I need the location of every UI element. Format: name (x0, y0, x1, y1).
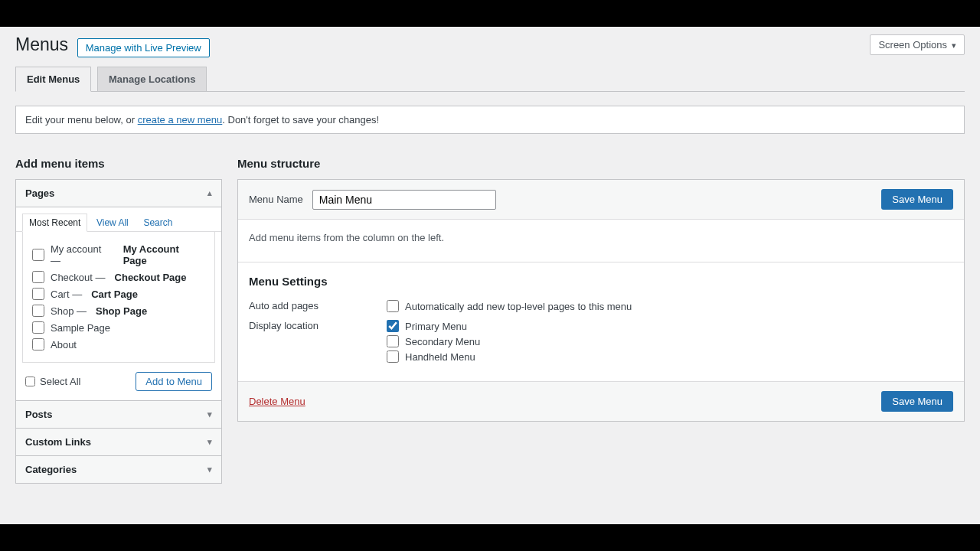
page-checkbox[interactable] (32, 249, 44, 261)
menu-settings-heading: Menu Settings (249, 275, 953, 288)
page-item: Sample Page (32, 319, 205, 336)
page-item: About (32, 336, 205, 353)
custom-links-accordion-header[interactable]: Custom Links▾ (16, 428, 221, 455)
categories-accordion-title: Categories (25, 464, 77, 475)
page-checkbox[interactable] (32, 338, 44, 350)
save-menu-button-top[interactable]: Save Menu (881, 189, 953, 210)
add-to-menu-button[interactable]: Add to Menu (136, 372, 212, 391)
page-title: Menus (15, 34, 68, 55)
location-primary-text: Primary Menu (405, 321, 467, 332)
screen-options-button[interactable]: Screen Options (870, 34, 965, 55)
page-item: Shop —Shop Page (32, 302, 205, 319)
menu-panel: Menu Name Save Menu Add menu items from … (237, 179, 965, 422)
page-sublabel: My Account Page (123, 243, 205, 266)
auto-add-option[interactable]: Automatically add new top-level pages to… (387, 298, 953, 314)
caret-up-icon: ▴ (207, 188, 212, 198)
display-location-label: Display location (249, 318, 387, 331)
tab-manage-locations[interactable]: Manage Locations (97, 67, 207, 91)
page-item: My account —My Account Page (32, 241, 205, 269)
caret-down-icon: ▾ (207, 437, 212, 447)
auto-add-label: Auto add pages (249, 298, 387, 311)
caret-down-icon: ▾ (207, 409, 212, 419)
page-sublabel: Cart Page (91, 289, 138, 300)
inner-tab-view-all[interactable]: View All (90, 214, 135, 231)
nav-tabs: Edit Menus Manage Locations (15, 67, 965, 92)
page-checkbox[interactable] (32, 321, 44, 334)
page-label: My account — (51, 243, 114, 266)
posts-accordion-header[interactable]: Posts▾ (16, 400, 221, 428)
page-sublabel: Shop Page (96, 305, 147, 317)
page-label: Cart — (51, 289, 82, 300)
menu-name-label: Menu Name (249, 194, 303, 205)
select-all-text: Select All (40, 376, 80, 387)
page-label: Shop — (51, 305, 87, 317)
location-handheld-checkbox[interactable] (387, 350, 399, 363)
auto-add-checkbox[interactable] (387, 300, 399, 312)
pages-accordion-header[interactable]: Pages ▴ (16, 180, 221, 207)
location-primary-option[interactable]: Primary Menu (387, 318, 953, 334)
auto-add-text: Automatically add new top-level pages to… (405, 301, 632, 312)
pages-inner-tabs: Most Recent View All Search (16, 207, 221, 232)
page-checkbox[interactable] (32, 271, 44, 283)
save-menu-button-bottom[interactable]: Save Menu (881, 391, 953, 412)
inner-tab-most-recent[interactable]: Most Recent (22, 214, 87, 232)
create-new-menu-link[interactable]: create a new menu (138, 114, 223, 126)
page-checkbox[interactable] (32, 305, 44, 317)
menu-structure-heading: Menu structure (237, 157, 965, 170)
page-label: Checkout — (51, 272, 106, 283)
location-secondary-text: Secondary Menu (405, 336, 480, 347)
manage-live-preview-button[interactable]: Manage with Live Preview (77, 38, 210, 57)
page-label: Sample Page (51, 322, 110, 334)
posts-accordion-title: Posts (25, 409, 52, 420)
location-handheld-text: Handheld Menu (405, 351, 475, 363)
info-suffix: . Don't forget to save your changes! (222, 114, 379, 126)
page-label: About (51, 339, 77, 350)
caret-down-icon: ▾ (207, 465, 212, 474)
categories-accordion-header[interactable]: Categories▾ (16, 455, 221, 483)
page-sublabel: Checkout Page (115, 272, 187, 283)
location-secondary-option[interactable]: Secondary Menu (387, 334, 953, 349)
select-all-checkbox[interactable] (25, 377, 35, 386)
add-items-heading: Add menu items (15, 157, 222, 170)
location-handheld-option[interactable]: Handheld Menu (387, 349, 953, 364)
page-item: Checkout —Checkout Page (32, 269, 205, 285)
info-message: Edit your menu below, or create a new me… (15, 106, 965, 134)
tab-edit-menus[interactable]: Edit Menus (15, 67, 91, 92)
custom-links-accordion-title: Custom Links (25, 436, 91, 448)
location-primary-checkbox[interactable] (387, 320, 399, 332)
inner-tab-search[interactable]: Search (137, 214, 178, 231)
pages-accordion-title: Pages (25, 187, 54, 199)
pages-list: My account —My Account Page Checkout —Ch… (22, 232, 215, 363)
page-item: Cart —Cart Page (32, 285, 205, 302)
select-all-label[interactable]: Select All (25, 376, 80, 387)
pages-accordion: Pages ▴ Most Recent View All Search My a… (15, 179, 222, 484)
page-checkbox[interactable] (32, 288, 44, 300)
location-secondary-checkbox[interactable] (387, 335, 399, 347)
delete-menu-link[interactable]: Delete Menu (249, 396, 305, 407)
menu-items-empty-hint: Add menu items from the column on the le… (238, 220, 964, 262)
info-prefix: Edit your menu below, or (25, 114, 138, 126)
menu-name-input[interactable] (312, 190, 496, 210)
